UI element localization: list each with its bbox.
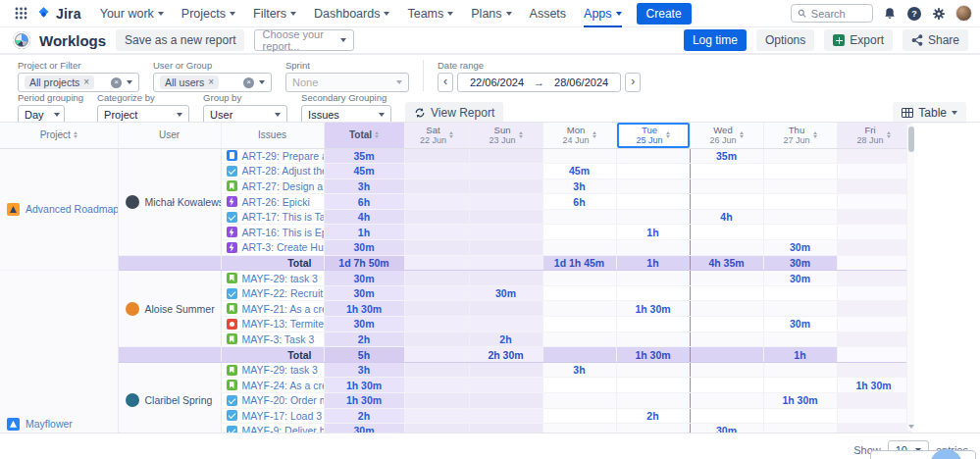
worklog-cell[interactable]: 2h xyxy=(616,408,690,424)
jira-logo[interactable]: Jira xyxy=(35,5,81,22)
day-header-tue[interactable]: Tue25 Jun xyxy=(616,123,690,148)
sort-icon[interactable] xyxy=(375,131,379,138)
vertical-scrollbar[interactable] xyxy=(906,125,914,431)
column-header-total[interactable]: Total xyxy=(324,123,404,148)
user-avatar[interactable] xyxy=(955,5,972,22)
sort-icon[interactable] xyxy=(813,131,817,138)
export-button[interactable]: Export xyxy=(824,29,893,51)
issue-link[interactable]: ART-3: Create Hulk xyxy=(242,241,325,253)
issue-total-cell: 30m xyxy=(324,424,404,434)
issue-link[interactable]: ART-28: Adjust the colu... xyxy=(242,165,325,177)
search-input[interactable] xyxy=(811,8,866,20)
worklog-cell[interactable]: 30m xyxy=(469,285,542,301)
report-select[interactable]: Choose your report... xyxy=(254,29,354,51)
next-period-button[interactable]: › xyxy=(625,73,641,92)
issue-link[interactable]: MAYF-29: task 3 xyxy=(242,364,318,376)
issue-link[interactable]: ART-17: This is Task xyxy=(242,211,325,223)
user-filter-control[interactable]: All users × × xyxy=(153,73,272,92)
day-header-thu[interactable]: Thu27 Jun xyxy=(763,123,837,148)
sort-icon[interactable] xyxy=(74,131,77,138)
settings-gear-icon[interactable] xyxy=(931,6,947,22)
nav-item-plans[interactable]: Plans xyxy=(464,0,518,27)
sort-icon[interactable] xyxy=(740,131,744,138)
issue-link[interactable]: MAYF-20: Order materi... xyxy=(242,394,325,406)
issue-link[interactable]: MAYF-3: Task 3 xyxy=(242,333,315,345)
help-icon[interactable]: ? xyxy=(906,6,922,22)
worklog-cell[interactable]: 35m xyxy=(690,148,763,164)
sort-icon[interactable] xyxy=(449,131,453,138)
nav-item-apps[interactable]: Apps xyxy=(577,0,629,27)
nav-item-filters[interactable]: Filters xyxy=(246,0,303,27)
worklog-cell[interactable]: 1h 30m xyxy=(616,301,690,317)
scrollbar-thumb[interactable] xyxy=(908,127,914,152)
remove-chip-icon[interactable]: × xyxy=(83,77,89,87)
nav-item-your-work[interactable]: Your work xyxy=(93,0,171,27)
clear-icon[interactable]: × xyxy=(111,77,122,88)
date-from[interactable]: 22/06/2024 xyxy=(470,76,524,88)
day-header-sat[interactable]: Sat22 Jun xyxy=(404,123,469,148)
notifications-icon[interactable] xyxy=(882,6,898,22)
worklog-cell[interactable]: 3h xyxy=(542,362,616,378)
date-range-control[interactable]: 22/06/2024 → 28/06/2024 xyxy=(457,73,621,92)
worklog-cell xyxy=(542,240,616,256)
worklog-cell[interactable]: 2h xyxy=(469,332,542,347)
issue-link[interactable]: MAYF-21: As a crew me... xyxy=(242,303,325,315)
issue-link[interactable]: MAYF-29: task 3 xyxy=(242,273,318,284)
issue-link[interactable]: ART-26: Epicki xyxy=(242,196,310,208)
sort-icon[interactable] xyxy=(887,131,891,138)
worklog-cell[interactable]: 1h xyxy=(616,225,690,240)
view-report-button[interactable]: View Report xyxy=(405,102,503,124)
options-button[interactable]: Options xyxy=(756,29,814,51)
scroll-down-icon[interactable] xyxy=(908,425,914,429)
log-time-button[interactable]: Log time xyxy=(684,29,747,51)
worklog-cell[interactable]: 1h 30m xyxy=(763,393,837,409)
worklog-cell[interactable]: 30m xyxy=(763,271,837,286)
day-header-mon[interactable]: Mon24 Jun xyxy=(542,123,616,148)
clear-icon[interactable]: × xyxy=(243,77,254,88)
issue-link[interactable]: MAYF-17: Load 3 barrel... xyxy=(242,410,325,422)
day-header-wed[interactable]: Wed26 Jun xyxy=(690,123,763,148)
column-header-user[interactable]: User xyxy=(118,123,221,148)
sort-icon[interactable] xyxy=(666,131,670,138)
issue-link[interactable]: ART-16: This is Epic xyxy=(242,227,325,238)
sort-icon[interactable] xyxy=(593,131,596,138)
nav-item-dashboards[interactable]: Dashboards xyxy=(307,0,396,27)
nav-item-assets[interactable]: Assets xyxy=(523,0,574,27)
worklog-cell[interactable]: 30m xyxy=(763,317,837,332)
issue-link[interactable]: ART-29: Prepare a tool ... xyxy=(242,150,325,162)
search-box[interactable] xyxy=(791,4,873,23)
worklog-cell[interactable]: 3h xyxy=(542,178,616,194)
create-button[interactable]: Create xyxy=(637,3,692,25)
date-to[interactable]: 28/06/2024 xyxy=(554,76,608,88)
prev-period-button[interactable]: ‹ xyxy=(438,73,453,92)
project-link[interactable]: Mayflower xyxy=(26,418,73,430)
project-link[interactable]: Advanced Roadmaps ... xyxy=(26,203,118,215)
worklog-cell[interactable]: 1h 30m xyxy=(837,378,910,393)
worklog-cell[interactable]: 6h xyxy=(542,194,616,210)
column-header-issues[interactable]: Issues xyxy=(221,123,324,148)
column-header-project[interactable]: Project xyxy=(0,123,118,148)
save-report-button[interactable]: Save as a new report xyxy=(116,29,244,51)
day-header-sun[interactable]: Sun23 Jun xyxy=(469,123,542,148)
sort-icon[interactable] xyxy=(519,131,523,138)
worklog-cell xyxy=(404,393,469,409)
issue-link[interactable]: MAYF-22: Recruit needl... xyxy=(242,287,325,299)
worklog-cell[interactable]: 30m xyxy=(690,424,763,434)
story-type-icon xyxy=(227,273,237,283)
share-button[interactable]: Share xyxy=(903,29,968,51)
nav-item-teams[interactable]: Teams xyxy=(400,0,460,27)
view-mode-button[interactable]: Table xyxy=(893,102,966,124)
worklog-cell[interactable]: 30m xyxy=(763,240,837,256)
issue-link[interactable]: MAYF-13: Termites on ... xyxy=(242,318,325,330)
project-filter-control[interactable]: All projects × × xyxy=(18,73,139,92)
app-switcher-icon[interactable] xyxy=(10,3,31,25)
worklog-cell xyxy=(616,332,690,347)
day-header-fri[interactable]: Fri28 Jun xyxy=(837,123,910,148)
remove-chip-icon[interactable]: × xyxy=(208,77,214,87)
worklog-cell[interactable]: 4h xyxy=(690,209,763,225)
nav-item-projects[interactable]: Projects xyxy=(175,0,242,27)
issue-link[interactable]: ART-27: Design a story xyxy=(242,180,325,192)
issue-link[interactable]: MAYF-9: Deliver high q... xyxy=(242,425,325,434)
issue-link[interactable]: MAYF-24: As a crew me... xyxy=(242,380,325,391)
worklog-cell[interactable]: 45m xyxy=(542,164,616,179)
